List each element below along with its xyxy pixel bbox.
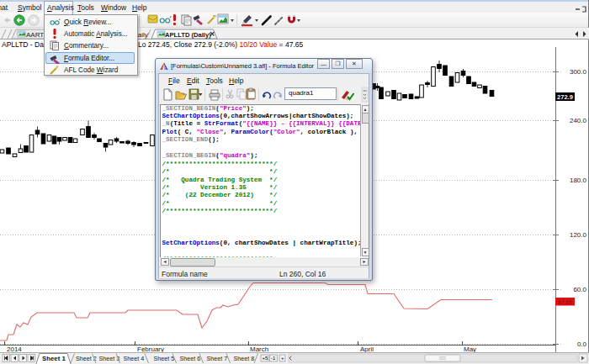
svg-text:272.9: 272.9 [557,93,573,101]
svg-text:Sheet 8: Sheet 8 [234,355,255,362]
svg-text:-1: -1 [271,356,276,361]
svg-text:Sheet 4: Sheet 4 [124,355,145,362]
svg-text:60.0: 60.0 [573,286,586,293]
svg-text:Sheet 6: Sheet 6 [180,355,201,362]
svg-text:300.0: 300.0 [570,68,587,76]
svg-text:Sheet 1: Sheet 1 [42,355,66,362]
svg-text:Sheet 7: Sheet 7 [207,355,228,362]
svg-text:120.0: 120.0 [570,231,587,239]
svg-text:February: February [137,346,164,352]
svg-text:47.65: 47.65 [558,299,572,305]
svg-text:Sheet 5: Sheet 5 [154,355,175,362]
svg-text:APLLTD (Daily): APLLTD (Daily) [165,31,211,39]
svg-text:March: March [250,346,268,352]
svg-text:Sheet 3: Sheet 3 [99,355,120,362]
svg-text:May: May [464,346,476,352]
svg-text:April: April [360,346,374,352]
svg-text:+5: +5 [263,356,269,361]
svg-text:+: + [281,356,284,361]
svg-text:180.0: 180.0 [570,177,587,184]
svg-text:0.0: 0.0 [577,340,587,348]
svg-text:2014: 2014 [7,346,22,352]
svg-text:240.0: 240.0 [570,117,587,124]
